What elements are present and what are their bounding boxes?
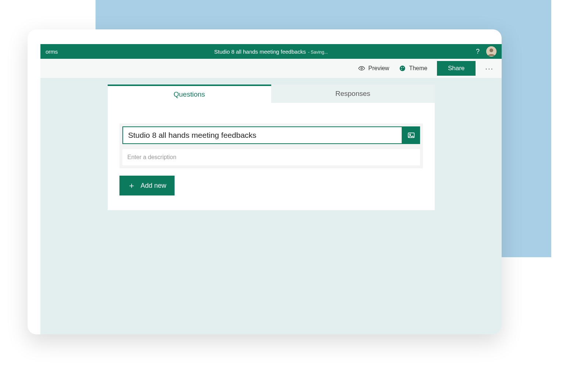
device-frame: orms Studio 8 all hands meeting feedback… <box>28 29 502 334</box>
add-new-button[interactable]: ＋ Add new <box>119 176 175 195</box>
document-title-group: Studio 8 all hands meeting feedbacks - S… <box>214 49 328 55</box>
share-button[interactable]: Share <box>437 61 476 76</box>
app-window: orms Studio 8 all hands meeting feedback… <box>40 44 502 334</box>
share-label: Share <box>448 65 465 72</box>
tab-responses[interactable]: Responses <box>271 85 435 103</box>
form-description-input[interactable] <box>122 149 420 165</box>
plus-icon: ＋ <box>128 180 136 191</box>
app-name-fragment: orms <box>46 49 58 55</box>
svg-point-2 <box>361 68 362 69</box>
form-title-input[interactable] <box>122 126 402 144</box>
form-panel: Questions Responses <box>108 85 435 334</box>
content-area: Questions Responses <box>40 78 502 334</box>
insert-image-button[interactable] <box>402 126 420 144</box>
tab-questions[interactable]: Questions <box>108 85 271 103</box>
preview-button[interactable]: Preview <box>358 65 389 72</box>
preview-label: Preview <box>368 65 389 72</box>
svg-point-8 <box>409 134 410 135</box>
command-bar: Preview Theme Share ··· <box>40 59 502 78</box>
eye-icon <box>358 65 365 72</box>
title-bar: orms Studio 8 all hands meeting feedback… <box>40 44 502 59</box>
tab-strip: Questions Responses <box>108 85 435 103</box>
add-new-label: Add new <box>141 182 166 190</box>
help-icon[interactable]: ? <box>476 48 480 55</box>
svg-point-4 <box>401 67 402 68</box>
image-icon <box>407 131 415 139</box>
user-avatar[interactable] <box>486 46 496 57</box>
title-block <box>119 123 423 168</box>
document-title: Studio 8 all hands meeting feedbacks <box>214 49 306 55</box>
tab-questions-label: Questions <box>173 90 205 98</box>
theme-button[interactable]: Theme <box>399 65 427 72</box>
svg-point-5 <box>403 67 404 68</box>
theme-label: Theme <box>409 65 427 72</box>
more-icon[interactable]: ··· <box>485 64 494 73</box>
svg-point-3 <box>400 66 405 71</box>
svg-point-6 <box>401 69 402 70</box>
svg-point-1 <box>490 49 493 52</box>
form-body: ＋ Add new <box>108 103 435 210</box>
save-status: - Saving... <box>308 50 328 55</box>
tab-responses-label: Responses <box>335 90 370 98</box>
palette-icon <box>399 65 406 72</box>
